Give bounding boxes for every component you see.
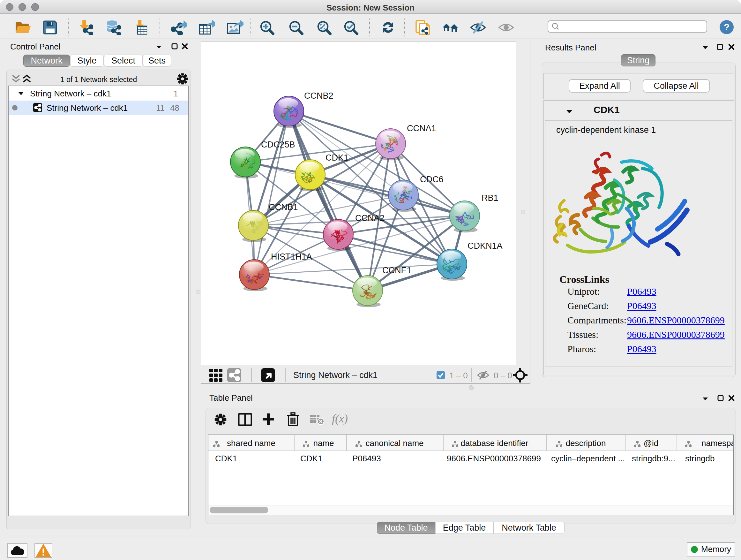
svg-text:CCNB1: CCNB1 — [269, 202, 298, 212]
svg-text:RB1: RB1 — [482, 193, 498, 203]
svg-text:CDC6: CDC6 — [420, 175, 444, 184]
svg-text:CCNE1: CCNE1 — [382, 266, 412, 275]
svg-text:CDK1: CDK1 — [326, 153, 348, 163]
svg-text:CCNB2: CCNB2 — [304, 91, 333, 101]
svg-text:HIST1H1A: HIST1H1A — [271, 252, 312, 261]
svg-text:CDKN1A: CDKN1A — [468, 241, 502, 251]
svg-text:CCNA2: CCNA2 — [355, 213, 385, 223]
svg-text:?: ? — [724, 22, 730, 32]
svg-text:CDC25B: CDC25B — [261, 140, 295, 149]
svg-text:CCNA1: CCNA1 — [407, 124, 436, 133]
